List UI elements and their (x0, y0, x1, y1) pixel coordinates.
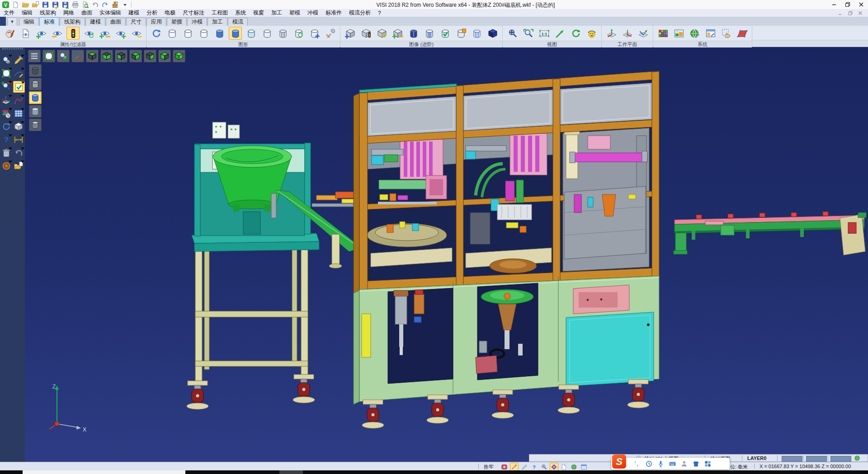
cyl-wireb-button[interactable] (470, 27, 483, 40)
floppy-button[interactable] (41, 0, 50, 9)
st-globe-button[interactable] (570, 463, 578, 471)
palette-brush-button[interactable] (3, 27, 16, 40)
eye-refresh-button[interactable] (82, 27, 95, 40)
tab-模流[interactable]: 模流 (228, 18, 248, 26)
menu-item-电极[interactable]: 电极 (161, 9, 179, 17)
menu-item-塑模[interactable]: 塑模 (286, 9, 304, 17)
wp-a-button[interactable] (605, 27, 618, 40)
menu-item-系统[interactable]: 系统 (231, 9, 250, 17)
colorgrid-button[interactable] (656, 27, 670, 40)
curve-pts-button[interactable] (13, 95, 24, 106)
doc-eye-button[interactable] (19, 27, 32, 40)
cyl-check-button[interactable] (439, 27, 452, 40)
ime-person-button[interactable] (679, 459, 689, 469)
menu-item-模流分析[interactable]: 模流分析 (345, 9, 374, 17)
smiley-button[interactable] (585, 27, 598, 40)
minimize-button[interactable] (827, 0, 841, 9)
box-refresh-button[interactable] (375, 27, 388, 40)
picture-button[interactable] (672, 27, 685, 40)
menu-item-编辑[interactable]: 编辑 (18, 9, 36, 17)
floppy-all-button[interactable] (61, 0, 70, 9)
ime-shirt-button[interactable] (691, 459, 701, 469)
tab-建模[interactable]: 建模 (85, 18, 105, 26)
cyl-light-button[interactable] (245, 27, 258, 40)
globe-tools-button[interactable] (688, 27, 701, 40)
cube-bottom-button[interactable] (100, 50, 113, 62)
refresh-blue-button[interactable] (1, 121, 12, 132)
pencil-knife-button[interactable] (13, 55, 24, 66)
box-traffic-button[interactable] (359, 27, 373, 40)
wheel-button[interactable] (1, 161, 12, 171)
cyl-wire-button[interactable] (276, 27, 289, 40)
cube-front-button[interactable] (115, 50, 127, 62)
eye-remove-button[interactable] (51, 27, 64, 40)
menu-item-文件[interactable]: 文件 (0, 9, 18, 17)
ime-grid-button[interactable] (703, 459, 712, 469)
pencil-curve-button[interactable] (13, 68, 24, 79)
box-add-button[interactable] (344, 27, 357, 40)
taskbar-window-segment[interactable] (23, 470, 185, 474)
st-record-button[interactable] (500, 463, 509, 471)
cube-iso-button[interactable] (173, 50, 185, 62)
tab-编辑[interactable]: 编辑 (19, 18, 39, 26)
palette-books-button[interactable] (1, 108, 12, 119)
red-grid-button[interactable] (736, 27, 749, 40)
st-probe-button[interactable] (540, 463, 548, 471)
cyl-refresh-button[interactable] (292, 27, 305, 40)
restore-button[interactable] (841, 0, 854, 9)
cyl-outline-button[interactable] (181, 27, 194, 40)
cyl-solid-button[interactable] (229, 27, 242, 40)
doc-close-button[interactable] (855, 9, 865, 16)
ime-logo-icon[interactable]: S (612, 455, 626, 469)
print-button[interactable] (71, 0, 80, 9)
menu-item-尺寸标注[interactable]: 尺寸标注 (179, 9, 208, 17)
color-swatch-2[interactable] (806, 456, 827, 462)
zoom-view-button[interactable] (57, 50, 70, 62)
menu-item-工程图[interactable]: 工程图 (208, 9, 231, 17)
cube-back-button[interactable] (129, 50, 142, 62)
cyl-outline-button[interactable] (165, 27, 179, 40)
refresh-blue-button[interactable] (150, 27, 163, 40)
arrow-green-button[interactable] (553, 27, 566, 40)
redo-button[interactable] (100, 0, 109, 9)
box-pm-button[interactable] (391, 27, 404, 40)
cyl-pale-button[interactable] (260, 27, 274, 40)
shade-hidden-button[interactable] (29, 78, 42, 90)
menu-item-实体编辑[interactable]: 实体编辑 (96, 9, 125, 17)
menu-item-线架构[interactable]: 线架构 (36, 9, 60, 17)
active-layer-label[interactable]: LAYER0 (747, 455, 766, 461)
cube-right-button[interactable] (158, 50, 171, 62)
menu-item-分析[interactable]: 分析 (143, 9, 161, 17)
zoom-plus-button[interactable] (506, 27, 519, 40)
cyl-tag-button[interactable] (454, 27, 467, 40)
tab-dropdown-button[interactable]: ▼ (7, 17, 17, 26)
globe-icon[interactable] (854, 455, 860, 462)
menu-item-加工[interactable]: 加工 (268, 9, 286, 17)
shade-solid-button[interactable] (29, 91, 42, 104)
folder-doc-button[interactable] (31, 0, 40, 9)
menu-item-标准件[interactable]: 标准件 (322, 9, 345, 17)
ime-punct-button[interactable]: °, (632, 459, 642, 469)
shade-ghost-button[interactable] (29, 105, 42, 118)
menu-item-冲模[interactable]: 冲模 (304, 9, 322, 17)
vlogo-button[interactable]: V (1, 0, 10, 9)
tab-尺寸[interactable]: 尺寸 (126, 18, 146, 26)
tab-曲面[interactable]: 曲面 (106, 18, 126, 26)
doc-restore-button[interactable] (845, 9, 855, 16)
one2one-button[interactable]: 1:1 (538, 27, 551, 40)
tab-加工[interactable]: 加工 (208, 18, 227, 26)
folder-page-button[interactable] (13, 161, 24, 171)
wp-b-button[interactable] (621, 27, 634, 40)
zoom-fit-button[interactable] (522, 27, 535, 40)
measure-button[interactable] (13, 134, 24, 145)
frame-fit-button[interactable] (1, 68, 12, 79)
menu-item-?[interactable]: ? (374, 10, 385, 16)
st-brush-button[interactable] (520, 463, 528, 471)
cyl-outline-button[interactable] (197, 27, 210, 40)
floppy-as-button[interactable] (51, 0, 60, 9)
tab-应用[interactable]: 应用 (146, 18, 166, 26)
lock-toggle-label[interactable]: 拴牢 (484, 464, 494, 470)
eye-add-button[interactable] (35, 27, 48, 40)
undo-gray-button[interactable] (13, 147, 24, 158)
cyl-striped-button[interactable] (423, 27, 436, 40)
